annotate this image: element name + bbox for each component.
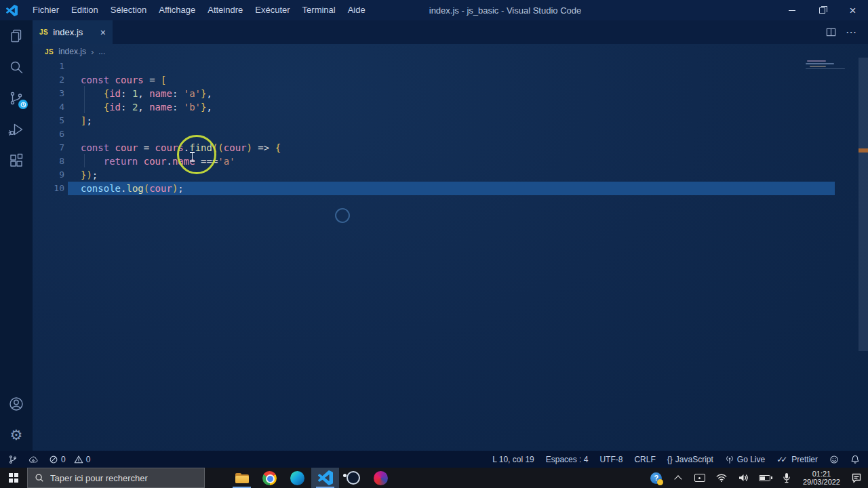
language-mode[interactable]: {} JavaScript: [667, 455, 713, 464]
feedback-button[interactable]: [829, 455, 839, 464]
explorer-button[interactable]: [0, 20, 33, 52]
eol-sequence[interactable]: CRLF: [634, 455, 655, 464]
code-line-3[interactable]: 3 {id: 1, name: 'a'},: [33, 87, 868, 100]
menu-edition[interactable]: Edition: [65, 0, 104, 20]
encoding[interactable]: UTF-8: [599, 455, 623, 464]
run-debug-button[interactable]: [0, 114, 33, 145]
code-line-7[interactable]: 7const cour = cours.find((cour) => {: [33, 141, 868, 155]
gear-icon: ⚙: [10, 427, 23, 443]
warning-count: 0: [86, 455, 91, 464]
line-number: 8: [33, 155, 76, 168]
problems-button[interactable]: 0 0: [49, 455, 90, 464]
menu-affichage[interactable]: Affichage: [153, 0, 201, 20]
code-area[interactable]: 12const cours = [3 {id: 1, name: 'a'},4 …: [33, 59, 868, 195]
window-title: index.js - js_basic - Visual Studio Code: [429, 5, 582, 16]
search-input[interactable]: [50, 473, 186, 483]
publish-button[interactable]: [28, 455, 38, 464]
error-count: 0: [61, 455, 66, 464]
menu-terminal[interactable]: Terminal: [296, 0, 342, 20]
taskbar-clock[interactable]: 01:21 29/03/2022: [800, 470, 844, 487]
minimize-icon: [789, 10, 795, 11]
chrome-button[interactable]: [256, 468, 283, 488]
battery-icon: [759, 475, 770, 481]
tab-bar: JS index.js × ⋯: [33, 20, 868, 44]
file-explorer-button[interactable]: [228, 468, 256, 488]
editor[interactable]: JS index.js › ... 12const cours = [3 {id…: [33, 44, 868, 451]
settings-button[interactable]: ⚙: [0, 420, 33, 451]
action-center-button[interactable]: [848, 468, 865, 488]
start-button[interactable]: [0, 468, 27, 488]
code-line-4[interactable]: 4 {id: 2, name: 'b'},: [33, 100, 868, 114]
code-line-10[interactable]: 10console.log(cour);: [33, 182, 868, 195]
account-button[interactable]: [0, 388, 33, 420]
bell-icon: [850, 455, 860, 464]
screen-recorder-icon: [347, 471, 360, 485]
browser-button[interactable]: [367, 468, 395, 488]
broadcast-icon: [725, 455, 734, 464]
code-line-5[interactable]: 5];: [33, 114, 868, 127]
line-number: 10: [33, 182, 76, 195]
wifi-button[interactable]: [713, 468, 730, 488]
minimap: [807, 60, 826, 62]
display-icon: [694, 474, 705, 482]
tab-close-icon[interactable]: ×: [100, 27, 106, 38]
display-connect-button[interactable]: [691, 468, 709, 488]
close-button[interactable]: ×: [837, 0, 868, 20]
menu-atteindre[interactable]: Atteindre: [201, 0, 249, 20]
screen-recorder-button[interactable]: [339, 468, 367, 488]
code-line-6[interactable]: 6: [33, 127, 868, 141]
time: 01:21: [803, 470, 840, 479]
code-line-2[interactable]: 2const cours = [: [33, 73, 868, 87]
vscode-button[interactable]: [311, 468, 339, 488]
source-control-button[interactable]: [0, 83, 33, 114]
volume-button[interactable]: [734, 468, 752, 488]
prettier-button[interactable]: ✓✓ Prettier: [776, 455, 818, 464]
line-number: 1: [33, 60, 76, 73]
extensions-button[interactable]: [0, 145, 33, 176]
go-live-button[interactable]: Go Live: [725, 455, 765, 464]
status-bar: 0 0 L 10, col 19 Espaces : 4 UTF-8 CRLF …: [0, 451, 868, 468]
help-tray-button[interactable]: ?: [648, 468, 665, 488]
chevron-right-icon: ›: [91, 47, 94, 57]
code-line-8[interactable]: 8 return cour.name ==='a': [33, 155, 868, 168]
breadcrumb-file[interactable]: index.js: [58, 47, 86, 56]
search-button[interactable]: [0, 52, 33, 83]
code-line-1[interactable]: 1: [33, 60, 868, 73]
git-branch-button[interactable]: [8, 455, 18, 464]
indentation[interactable]: Espaces : 4: [546, 455, 589, 464]
microphone-button[interactable]: [778, 468, 795, 488]
breadcrumb-symbol[interactable]: ...: [98, 47, 105, 56]
double-check-icon: ✓✓: [776, 455, 785, 464]
line-number: 5: [33, 114, 76, 127]
code-text: {id: 2, name: 'b'},: [81, 100, 212, 114]
menu-bar: FichierEditionSélectionAffichageAtteindr…: [26, 0, 372, 20]
search-icon: [35, 473, 44, 483]
tab-indexjs[interactable]: JS index.js ×: [33, 20, 113, 44]
code-text: {id: 1, name: 'a'},: [81, 87, 212, 100]
more-actions-icon[interactable]: ⋯: [846, 26, 857, 39]
line-number: 9: [33, 168, 76, 182]
code-line-9[interactable]: 9});: [33, 168, 868, 182]
notifications-button[interactable]: [850, 455, 860, 464]
cursor-position[interactable]: L 10, col 19: [492, 455, 534, 464]
split-editor-icon[interactable]: [826, 27, 836, 37]
show-hidden-icons-button[interactable]: [669, 468, 687, 488]
presenter-click-ring: [177, 135, 216, 174]
edge-button[interactable]: [283, 468, 311, 488]
run-debug-icon: [8, 121, 24, 138]
taskbar-search[interactable]: [27, 468, 205, 488]
line-number: 2: [33, 73, 76, 87]
menu-selection[interactable]: Sélection: [104, 0, 153, 20]
code-text: const cours = [: [81, 73, 166, 87]
menu-aide[interactable]: Aide: [342, 0, 372, 20]
menu-fichier[interactable]: Fichier: [26, 0, 65, 20]
errors-icon: [49, 455, 58, 464]
code-text: ];: [81, 114, 92, 127]
restore-button[interactable]: [807, 0, 837, 20]
feedback-smiley-icon: [829, 455, 839, 464]
menu-executer[interactable]: Exécuter: [249, 0, 296, 20]
minimize-button[interactable]: [776, 0, 807, 20]
editor-scrollbar[interactable]: [859, 58, 868, 351]
battery-button[interactable]: [756, 468, 774, 488]
vscode-logo-icon: [6, 5, 18, 16]
